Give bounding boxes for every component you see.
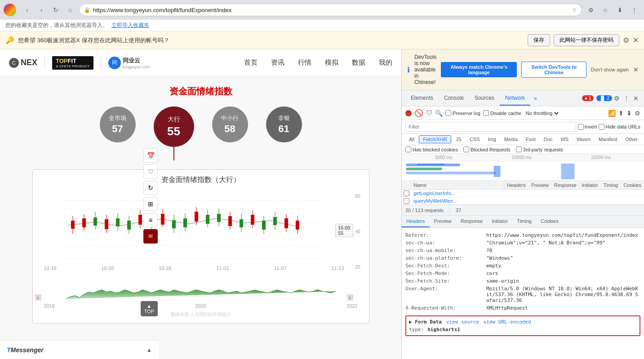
has-blocked-cookies-checkbox[interactable] [405, 146, 411, 152]
filter-all[interactable]: All [405, 136, 418, 143]
tab-elements[interactable]: Elements [405, 91, 439, 106]
clear-button[interactable]: 🚫 [414, 109, 423, 117]
devtools-overflow-icon[interactable]: ⋮ [622, 93, 631, 104]
filter-font[interactable]: Font [522, 136, 539, 143]
password-close-icon[interactable]: ✕ [633, 36, 639, 44]
password-settings-icon[interactable]: ⚙ [623, 36, 629, 44]
detail-tab-headers[interactable]: Headers [402, 216, 430, 227]
filter-img[interactable]: Img [484, 136, 500, 143]
third-party-checkbox[interactable] [516, 146, 522, 152]
tool-heart[interactable]: ♡ [143, 164, 158, 179]
row-querymywebwarr[interactable]: queryMyWebWarr... [402, 197, 644, 204]
scroll-left-btn[interactable]: ‹ [35, 294, 41, 301]
filter-wasm[interactable]: Wasm [573, 136, 594, 143]
filter-media[interactable]: Media [501, 136, 521, 143]
download-button[interactable]: ⬇ [613, 4, 626, 16]
search-network-button[interactable]: 🔍 [435, 110, 443, 117]
nav-home[interactable]: 首页 [244, 58, 258, 67]
scroll-right-btn[interactable]: › [347, 294, 353, 301]
blocked-requests-checkbox[interactable] [463, 146, 469, 152]
top-button[interactable]: ▲ TOP [141, 301, 158, 316]
messenger-chevron-up[interactable]: ▲ [147, 347, 152, 353]
chart-scroll-left[interactable]: ‹ [35, 294, 41, 301]
tab-network[interactable]: Network [500, 91, 530, 106]
score-value-1: 55 [167, 124, 180, 138]
tool-refresh[interactable]: ↻ [143, 181, 158, 195]
tool-grid[interactable]: ⊞ [143, 197, 158, 211]
tool-mail[interactable]: ✉ [143, 229, 158, 244]
devtools-banner-close[interactable]: ✕ [633, 66, 639, 73]
home-button[interactable]: ⌂ [64, 4, 76, 16]
bookmark-button[interactable]: ☆ [599, 4, 612, 16]
detail-tab-timing[interactable]: Timing [512, 216, 536, 227]
switch-language-button[interactable]: Switch DevTools to Chinese [521, 62, 586, 78]
match-language-button[interactable]: Always match Chrome's language [441, 62, 517, 77]
filter-fetch-xhr[interactable]: Fetch/XHR [419, 135, 451, 143]
filter-css[interactable]: CSS [466, 136, 484, 143]
nav-market[interactable]: 行情 [298, 58, 311, 67]
chart-scroll-right[interactable]: › [347, 294, 353, 301]
detail-tab-cookies[interactable]: Cookies [536, 216, 563, 227]
detail-tab-response[interactable]: Response [456, 216, 488, 227]
filter-manifest[interactable]: Manifest [595, 136, 621, 143]
address-bar[interactable]: 🔒 https://www.tongyeyun.com/topfit/fundE… [79, 4, 582, 16]
site-nav: 首页 资讯 行情 模拟 数据 我的 [244, 58, 392, 67]
menu-button[interactable]: ⋮ [628, 4, 640, 16]
detail-tab-preview[interactable]: Preview [430, 216, 456, 227]
more-tabs-icon[interactable]: » [532, 93, 539, 103]
form-data-view-url-encoded[interactable]: view URL-encoded [484, 319, 531, 325]
notification-link[interactable]: 立即导入收藏夹 [111, 22, 149, 29]
filter-js[interactable]: JS [452, 136, 465, 143]
has-blocked-cookies-label[interactable]: Has blocked cookies [405, 146, 458, 152]
invert-checkbox-label[interactable]: Invert [578, 124, 597, 130]
hide-data-urls-label[interactable]: Hide data URLs [599, 124, 640, 130]
nav-data[interactable]: 数据 [352, 58, 365, 67]
tool-menu[interactable]: ≡ [143, 213, 158, 227]
import-button[interactable]: ⬆ [618, 110, 624, 117]
preserve-log-checkbox[interactable] [445, 110, 451, 116]
wifi-icon[interactable]: 📶 [608, 110, 616, 117]
filter-ws[interactable]: WS [557, 136, 572, 143]
record-button[interactable] [405, 110, 412, 116]
reload-button[interactable]: ↻ [49, 4, 62, 16]
filter-input[interactable] [405, 122, 576, 132]
invert-checkbox[interactable] [578, 124, 584, 130]
nav-mine[interactable]: 我的 [379, 58, 392, 67]
nav-news[interactable]: 资讯 [271, 58, 284, 67]
nav-simulate[interactable]: 模拟 [325, 58, 338, 67]
blocked-requests-label[interactable]: Blocked Requests [463, 146, 511, 152]
extensions-button[interactable]: ⚙ [585, 4, 597, 16]
devtools-settings-icon[interactable]: ⚙ [612, 93, 622, 104]
save-password-button[interactable]: 保存 [528, 34, 550, 46]
google-logo [4, 4, 16, 16]
detail-tab-initiator[interactable]: Initiator [487, 216, 512, 227]
form-data-view-source[interactable]: view source [446, 319, 479, 325]
tab-sources[interactable]: Sources [469, 91, 500, 106]
row-checkbox-0[interactable] [404, 191, 409, 196]
disable-cache-label[interactable]: Disable cache [483, 110, 521, 116]
filter-doc[interactable]: Doc [540, 136, 556, 143]
filter-toggle-button[interactable]: ⛉ [426, 110, 432, 117]
forward-button[interactable]: › [35, 4, 48, 16]
filter-other[interactable]: Other [622, 136, 641, 143]
tab-console[interactable]: Console [439, 91, 469, 106]
disable-cache-checkbox[interactable] [483, 110, 489, 116]
back-button[interactable]: ‹ [21, 4, 33, 16]
row-cb-0[interactable] [402, 191, 411, 196]
score-circle-red: 大行 55 [154, 106, 194, 147]
row-cb-1[interactable] [402, 198, 411, 204]
tool-calendar[interactable]: 📅 [143, 148, 158, 163]
star-icon[interactable]: ☆ [572, 7, 577, 13]
row-checkbox-1[interactable] [404, 198, 409, 204]
row-getloginuserinfo[interactable]: getLoginUserInfo... [402, 190, 644, 197]
export-button[interactable]: ⬇ [626, 110, 632, 117]
dont-show-button[interactable]: Don't show again [591, 67, 629, 72]
hide-data-urls-checkbox[interactable] [599, 124, 604, 130]
throttle-select[interactable]: No throttling [524, 110, 560, 116]
network-settings-icon[interactable]: ⚙ [635, 110, 640, 117]
svg-rect-23 [172, 220, 176, 228]
devtools-close-button[interactable]: ✕ [631, 93, 640, 104]
third-party-label[interactable]: 3rd-party requests [516, 146, 563, 152]
no-save-password-button[interactable]: 此网站一律不保存密码 [554, 34, 619, 46]
preserve-log-label[interactable]: Preserve log [445, 110, 480, 116]
